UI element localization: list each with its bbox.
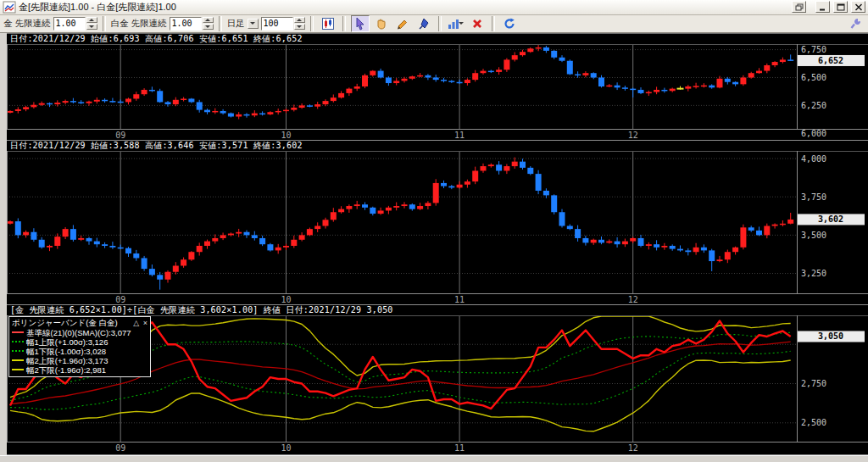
svg-text:09: 09 (115, 131, 125, 140)
indicator-dropdown-icon (459, 22, 464, 25)
toolbar: 金 先限連続 白金 先限連続 日足 (0, 15, 868, 33)
restore-window-icon[interactable] (792, 1, 806, 13)
svg-text:10: 10 (281, 443, 291, 453)
legend-item-label: 幅2下限(-1.96σ):2,981 (26, 365, 106, 375)
delete-x-icon (470, 17, 484, 31)
chart-window: 金[先限連続]1.00 - 白金[先限連続]1.00 金 先限連続 白金 先限連… (0, 0, 868, 462)
svg-text:3,500: 3,500 (801, 231, 826, 240)
refresh-icon (503, 17, 516, 31)
svg-text:3,250: 3,250 (801, 269, 826, 278)
svg-text:12: 12 (628, 443, 638, 453)
period-count-input[interactable] (261, 17, 293, 31)
title-bar: 金[先限連続]1.00 - 白金[先限連続]1.00 (0, 0, 868, 15)
bollinger-legend-item: 基準線(21)(0)(SMA)(C):3,077 (12, 328, 147, 337)
svg-text:6,750: 6,750 (801, 45, 826, 54)
settings-button[interactable] (846, 15, 865, 32)
legend-close-icon[interactable]: × (143, 319, 147, 327)
refresh-button[interactable] (500, 15, 519, 32)
bar-chart-icon (448, 17, 459, 31)
legend-line-swatch (12, 331, 24, 333)
bollinger-legend-rows: 基準線(21)(0)(SMA)(C):3,077幅1上限(+1.00σ):3,1… (12, 328, 147, 375)
gold-series-label: 先限連続 (15, 18, 51, 30)
toolbar-separator (310, 16, 314, 31)
select-tool-button[interactable] (351, 15, 370, 32)
svg-text:11: 11 (454, 131, 465, 140)
annotate-tool-button[interactable] (415, 15, 433, 32)
close-button[interactable] (851, 1, 865, 13)
gold-candlestick-chart[interactable]: 6,7506,5006,2506,0006,65209101112 (7, 44, 868, 141)
period-dropdown-icon[interactable] (248, 19, 259, 29)
spread-bollinger-chart[interactable]: ボリンジャーバンド(金 白金) △ × 基準線(21)(0)(SMA)(C):3… (7, 315, 868, 455)
legend-line-swatch (12, 369, 24, 370)
svg-text:2,750: 2,750 (801, 379, 826, 388)
svg-text:6,000: 6,000 (801, 128, 826, 137)
minimize-button[interactable] (815, 1, 830, 13)
legend-line-swatch (12, 341, 24, 342)
hand-icon (375, 17, 388, 31)
bollinger-legend-item: 幅1下限(-1.00σ):3,028 (12, 347, 147, 356)
period-type-label: 日足 (227, 18, 245, 30)
indicator-button[interactable] (447, 15, 465, 32)
svg-text:3,050: 3,050 (818, 331, 843, 341)
gold-symbol-label: 金 (3, 18, 13, 30)
toolbar-separator (219, 16, 222, 31)
platinum-ratio-spinner (170, 17, 214, 31)
pencil-icon (396, 17, 409, 31)
legend-collapse-icon[interactable]: △ (133, 319, 139, 327)
gold-ratio-up-icon[interactable] (86, 17, 97, 23)
svg-text:6,500: 6,500 (801, 73, 826, 82)
period-count-spinner (261, 17, 305, 31)
toolbar-separator (492, 16, 495, 31)
maximize-button[interactable] (833, 1, 848, 13)
draw-tool-button[interactable] (393, 15, 412, 32)
platinum-ratio-up-icon[interactable] (203, 17, 214, 23)
toolbar-separator (103, 16, 106, 31)
spread-header-bar: [金 先限連続 6,652×1.00]÷[白金 先限連続 3,602×1.00]… (7, 305, 868, 315)
bollinger-legend-item: 幅2下限(-1.96σ):2,981 (12, 365, 147, 375)
window-bottom-edge (0, 455, 868, 462)
kline-icon (321, 17, 335, 31)
gold-ratio-input[interactable] (53, 17, 86, 31)
platinum-candlestick-chart[interactable]: 4,0003,7503,5003,2503,60209101112 (7, 151, 868, 305)
period-up-icon[interactable] (294, 17, 305, 23)
platinum-panel: 日付:2021/12/29 始値:3,588 高値:3,646 安値:3,571… (7, 141, 868, 305)
select-arrow-icon (353, 17, 367, 31)
svg-text:6,250: 6,250 (801, 101, 826, 110)
svg-text:09: 09 (115, 443, 125, 453)
bollinger-legend-item: 幅1上限(+1.00σ):3,126 (12, 337, 147, 347)
window-title: 金[先限連続]1.00 - 白金[先限連続]1.00 (19, 1, 788, 14)
svg-text:4,000: 4,000 (801, 153, 826, 163)
platinum-ratio-down-icon[interactable] (203, 24, 214, 30)
remove-indicator-button[interactable] (468, 15, 487, 32)
svg-text:12: 12 (628, 295, 638, 304)
bollinger-legend: ボリンジャーバンド(金 白金) △ × 基準線(21)(0)(SMA)(C):3… (8, 316, 151, 377)
svg-text:6,652: 6,652 (818, 56, 843, 65)
svg-text:10: 10 (281, 131, 291, 140)
legend-line-swatch (12, 350, 24, 352)
period-down-icon[interactable] (294, 24, 305, 30)
svg-text:10: 10 (281, 295, 291, 304)
bollinger-legend-item: 幅2上限(+1.96σ):3,173 (12, 356, 147, 365)
gold-panel: 日付:2021/12/29 始値:6,693 高値:6,706 安値:6,651… (7, 34, 868, 141)
gold-ratio-spinner (53, 17, 97, 31)
gold-ratio-down-icon[interactable] (86, 24, 97, 30)
svg-text:12: 12 (628, 131, 638, 140)
gold-info-bar: 日付:2021/12/29 始値:6,693 高値:6,706 安値:6,651… (7, 34, 868, 44)
svg-text:2,500: 2,500 (801, 418, 826, 427)
platinum-series-label: 先限連続 (131, 18, 167, 30)
svg-text:3,602: 3,602 (818, 214, 843, 224)
legend-item-label: 基準線(21)(0)(SMA)(C):3,077 (26, 328, 131, 337)
svg-text:3,750: 3,750 (801, 192, 826, 201)
platinum-ratio-input[interactable] (170, 17, 202, 31)
platinum-symbol-label: 白金 (111, 18, 129, 30)
kline-tool-button[interactable] (319, 15, 337, 32)
legend-item-label: 幅1下限(-1.00σ):3,028 (26, 347, 106, 356)
platinum-info-bar: 日付:2021/12/29 始値:3,588 高値:3,646 安値:3,571… (7, 141, 868, 151)
pan-tool-button[interactable] (372, 15, 391, 32)
bollinger-legend-title: ボリンジャーバンド(金 白金) (12, 318, 118, 327)
spread-panel: [金 先限連続 6,652×1.00]÷[白金 先限連続 3,602×1.00]… (7, 305, 868, 455)
pen-icon (417, 17, 431, 31)
legend-line-swatch (12, 359, 24, 361)
svg-text:09: 09 (115, 295, 125, 304)
chart-app-icon (3, 1, 16, 14)
